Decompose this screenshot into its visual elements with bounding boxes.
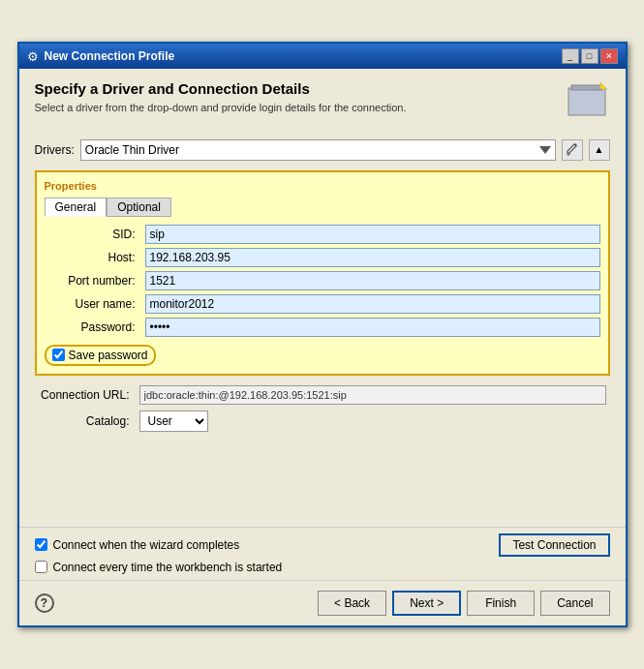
main-content: Specify a Driver and Connection Details … bbox=[19, 69, 626, 526]
save-password-checkbox-wrapper: Save password bbox=[45, 345, 156, 366]
connection-url-input[interactable] bbox=[139, 385, 606, 405]
sid-input[interactable] bbox=[145, 225, 600, 244]
footer-left: ? bbox=[35, 593, 54, 613]
tab-optional[interactable]: Optional bbox=[107, 198, 171, 217]
svg-marker-2 bbox=[600, 82, 607, 89]
page-description: Select a driver from the drop-down and p… bbox=[35, 101, 407, 115]
title-bar-left: ⚙ New Connection Profile bbox=[27, 49, 175, 64]
bottom-checks: Connect when the wizard completes Test C… bbox=[19, 527, 626, 580]
host-label: Host: bbox=[45, 251, 141, 264]
outer-form: Connection URL: Catalog: User System All bbox=[35, 385, 610, 432]
finish-button[interactable]: Finish bbox=[467, 591, 535, 616]
catalog-select[interactable]: User System All bbox=[139, 411, 208, 432]
title-bar: ⚙ New Connection Profile _ □ ✕ bbox=[19, 44, 626, 69]
connect-when-done-row: Connect when the wizard completes Test C… bbox=[35, 533, 610, 557]
connect-when-done-label[interactable]: Connect when the wizard completes bbox=[53, 538, 240, 552]
svg-rect-0 bbox=[568, 88, 605, 115]
test-connection-button[interactable]: Test Connection bbox=[499, 533, 609, 557]
back-button[interactable]: < Back bbox=[318, 591, 386, 616]
header-icon bbox=[567, 80, 610, 122]
username-input[interactable] bbox=[145, 294, 600, 314]
save-password-checkbox[interactable] bbox=[52, 349, 65, 361]
properties-box: Properties General Optional SID: Host: P… bbox=[35, 170, 610, 376]
main-window: ⚙ New Connection Profile _ □ ✕ Specify a… bbox=[17, 42, 628, 626]
driver-edit-button[interactable] bbox=[562, 139, 583, 161]
title-buttons: _ □ ✕ bbox=[562, 48, 618, 64]
save-password-row: Save password bbox=[45, 345, 600, 366]
maximize-button[interactable]: □ bbox=[581, 48, 598, 64]
connection-url-label: Connection URL: bbox=[39, 388, 136, 402]
next-button[interactable]: Next > bbox=[392, 591, 461, 616]
driver-expand-button[interactable]: ▲ bbox=[589, 139, 610, 161]
properties-tabs: General Optional bbox=[45, 198, 600, 217]
window-title: New Connection Profile bbox=[45, 49, 175, 63]
password-label: Password: bbox=[45, 320, 141, 334]
catalog-label: Catalog: bbox=[39, 414, 136, 428]
driver-row: Drivers: Oracle Thin Driver MySQL Postgr… bbox=[35, 139, 610, 161]
connect-on-start-row: Connect every time the workbench is star… bbox=[35, 561, 610, 574]
connect-on-start-label[interactable]: Connect every time the workbench is star… bbox=[53, 561, 283, 574]
header-text: Specify a Driver and Connection Details … bbox=[35, 80, 407, 127]
driver-label: Drivers: bbox=[35, 143, 75, 157]
connect-when-done-checkbox[interactable] bbox=[35, 538, 47, 551]
connection-url-row: Connection URL: bbox=[39, 385, 606, 405]
connect-on-start-checkbox[interactable] bbox=[35, 561, 47, 573]
close-button[interactable]: ✕ bbox=[600, 48, 618, 64]
save-password-label[interactable]: Save password bbox=[69, 349, 148, 362]
footer-buttons: < Back Next > Finish Cancel bbox=[318, 591, 609, 616]
tab-general[interactable]: General bbox=[45, 198, 107, 217]
expand-icon: ▲ bbox=[595, 144, 604, 155]
username-label: User name: bbox=[45, 297, 141, 311]
sid-label: SID: bbox=[45, 228, 141, 241]
host-input[interactable] bbox=[145, 248, 600, 267]
port-input[interactable] bbox=[145, 271, 600, 290]
window-icon: ⚙ bbox=[27, 49, 39, 64]
driver-select[interactable]: Oracle Thin Driver MySQL PostgreSQL bbox=[80, 139, 556, 161]
catalog-select-wrapper: User System All bbox=[139, 411, 606, 432]
connect-when-done-check-row: Connect when the wizard completes bbox=[35, 538, 240, 552]
minimize-button[interactable]: _ bbox=[562, 48, 579, 64]
cancel-button[interactable]: Cancel bbox=[540, 591, 609, 616]
footer: ? < Back Next > Finish Cancel bbox=[19, 580, 626, 625]
edit-icon bbox=[566, 143, 579, 157]
properties-title: Properties bbox=[45, 180, 600, 192]
catalog-row: Catalog: User System All bbox=[39, 411, 606, 432]
help-button[interactable]: ? bbox=[35, 593, 54, 613]
password-input[interactable] bbox=[145, 318, 600, 337]
port-label: Port number: bbox=[45, 274, 141, 288]
spacer bbox=[35, 438, 610, 515]
svg-rect-1 bbox=[571, 85, 602, 90]
properties-form: SID: Host: Port number: User name: Passw… bbox=[45, 225, 600, 337]
page-title: Specify a Driver and Connection Details bbox=[35, 80, 407, 97]
